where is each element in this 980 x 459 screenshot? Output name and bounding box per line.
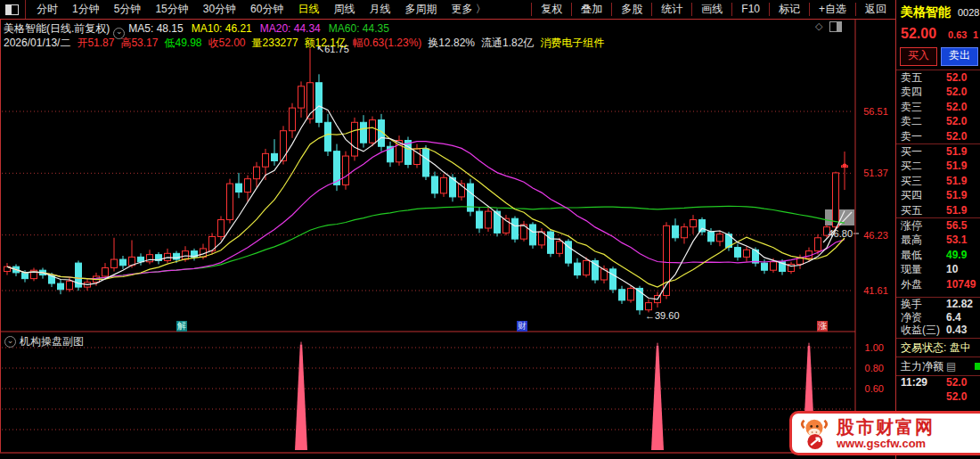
last-price-dot [843, 163, 847, 168]
sell-button[interactable]: 卖出 [941, 47, 978, 66]
quote-panel: 美格智能 0028 52.00 0.63 1 买入 卖出 卖五52.0卖四52.… [895, 0, 980, 459]
price-axis-label: 41.61 [858, 285, 894, 296]
tick-list: 11:2952.052.0 [896, 375, 980, 404]
finance-stats: 换手12.82净资6.4收益(三)0.43 [896, 297, 980, 337]
row-label: 最高 [901, 233, 922, 247]
info-field: 高53.17 [120, 37, 158, 49]
sub-axis-label: 0.60 [853, 383, 884, 394]
trade-status: 交易状态: 盘中 [896, 338, 980, 357]
row-value: 51.9 [946, 174, 967, 188]
chevron-down-icon[interactable] [4, 336, 16, 348]
row-label: 买三 [901, 174, 922, 188]
main-net-label: 主力净额 [901, 360, 943, 373]
panel-row: 买五51.9 [896, 203, 980, 217]
svg-text:←39.60: ←39.60 [645, 310, 680, 321]
info-field: 换12.82% [428, 37, 475, 49]
row-value: 51.9 [946, 144, 967, 159]
tick-row: 11:2952.0 [896, 376, 980, 390]
stock-code: 0028 [958, 7, 979, 18]
row-value: 49.9 [946, 248, 967, 262]
info-field: 流通1.82亿 [481, 37, 534, 49]
price-change: 0.63 [948, 29, 967, 40]
row-label: 卖五 [901, 70, 922, 85]
order-book: 卖五52.0卖四52.0卖三52.0卖二52.0卖一52.0买一51.9买二51… [896, 70, 980, 217]
quote-stats: 涨停56.5最高53.1最低49.9现量10外盘10749 [896, 217, 980, 291]
projection-box [825, 209, 854, 225]
tick-price: 52.0 [946, 390, 967, 405]
row-value: 51.9 [946, 203, 967, 217]
tick-time: 11:29 [901, 376, 927, 390]
svg-text:46.80: 46.80 [828, 228, 853, 239]
sub-axis-label: 0.80 [853, 363, 884, 373]
diamond-icon[interactable] [815, 20, 822, 32]
panel-row: 买一51.9 [896, 144, 980, 159]
last-price: 52.00 [901, 26, 936, 42]
subpanel-header: 机构操盘副图 [4, 334, 84, 349]
chart-title: 美格智能(日线.前复权) [4, 22, 110, 35]
price-change-pct: 1 [973, 29, 978, 40]
main-net-bar [975, 363, 980, 370]
row-label: 卖一 [901, 129, 922, 143]
row-label: 卖二 [901, 114, 922, 128]
row-value: 6.4 [946, 311, 961, 324]
row-label: 现量 [901, 262, 922, 276]
panel-row: 卖三52.0 [896, 100, 980, 114]
row-label: 换手 [901, 298, 922, 311]
buy-button[interactable]: 买入 [900, 47, 937, 66]
list-icon: ▤ [946, 360, 956, 373]
info-field: 额12.1亿 [305, 37, 347, 49]
price-axis-label: 46.23 [858, 230, 894, 241]
panel-row: 涨停56.5 [896, 218, 980, 233]
kline-chart[interactable]: ↖61.75←39.6046.80 [0, 0, 895, 459]
row-label: 买一 [901, 144, 922, 159]
row-value: 0.43 [946, 324, 967, 337]
subpanel-title: 机构操盘副图 [20, 334, 84, 349]
row-label: 最低 [901, 248, 922, 262]
panel-row: 卖二52.0 [896, 114, 980, 128]
row-label: 净资 [901, 311, 922, 324]
info-field: 低49.98 [164, 37, 201, 49]
row-label: 卖三 [901, 100, 922, 114]
row-value: 52.0 [946, 129, 967, 143]
split-view-icon[interactable] [829, 21, 842, 32]
signal-marker: 财 [517, 321, 527, 332]
signal-spike [651, 346, 664, 450]
row-value: 12.82 [946, 298, 973, 311]
price-axis-label: 56.51 [858, 106, 894, 117]
info-field: 消费电子组件 [540, 37, 604, 49]
row-label: 外盘 [901, 277, 922, 291]
panel-row: 最低49.9 [896, 248, 980, 262]
panel-row: 外盘10749 [896, 277, 980, 291]
info-field: 幅0.63(1.23%) [353, 37, 421, 49]
sub-axis-label: 1.00 [853, 342, 884, 353]
row-value: 51.9 [946, 188, 967, 202]
main-net-row[interactable]: 主力净额▤ [896, 357, 980, 375]
row-value: 56.5 [946, 218, 967, 233]
panel-row: 买三51.9 [896, 174, 980, 188]
row-value: 53.1 [946, 233, 967, 247]
row-label: 卖四 [901, 85, 922, 99]
row-value: 10 [946, 262, 958, 276]
row-value: 52.0 [946, 85, 967, 99]
row-label: 买二 [901, 159, 922, 173]
ma-value-label: MA5: 48.15 [128, 22, 183, 35]
row-value: 52.0 [946, 70, 967, 85]
panel-row: 买二51.9 [896, 159, 980, 173]
row-value: 51.9 [946, 159, 967, 173]
tick-row: 52.0 [896, 390, 980, 405]
ma-value-label: MA10: 46.21 [192, 22, 252, 35]
panel-row: 卖一52.0 [896, 129, 980, 144]
stock-name[interactable]: 美格智能 [901, 4, 951, 20]
row-value: 52.0 [946, 100, 967, 114]
signal-marker: 涨 [817, 321, 828, 332]
panel-row: 最高53.1 [896, 233, 980, 247]
gscfw-logo: 股市财富网 www.gscfw.com [789, 411, 980, 455]
panel-row: 净资6.4 [896, 311, 980, 324]
ma-line-60 [7, 206, 845, 278]
ma-value-label: MA60: 44.35 [329, 22, 389, 35]
ma-legend: MA5: 48.15MA10: 46.21MA20: 44.34MA60: 44… [128, 22, 397, 35]
chart-corner-icons [815, 20, 842, 32]
row-label: 买四 [901, 188, 922, 202]
ma-value-label: MA20: 44.34 [260, 22, 321, 35]
trade-date: 2026/01/13/二 [4, 37, 70, 49]
